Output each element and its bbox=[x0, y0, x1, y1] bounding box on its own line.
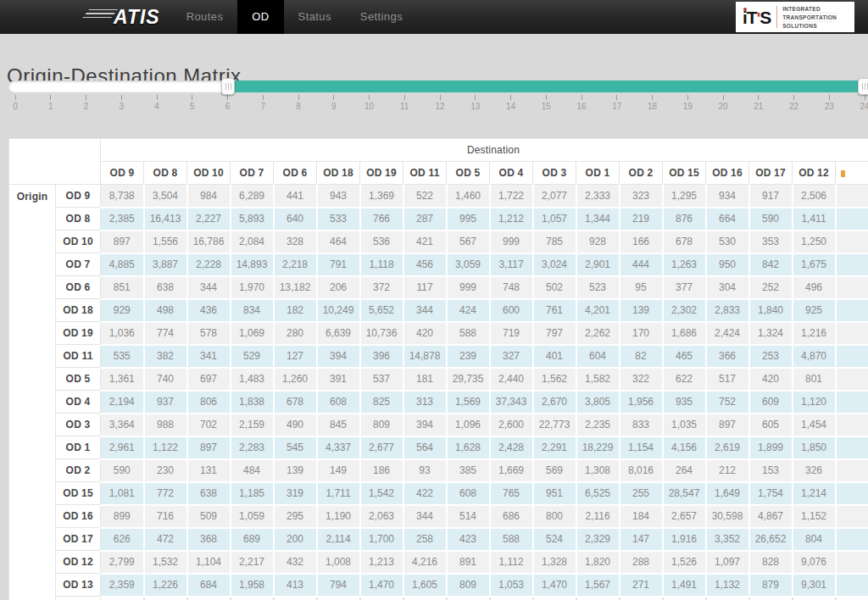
matrix-cell: 139 bbox=[620, 299, 663, 322]
matrix-cell: 1,838 bbox=[231, 391, 274, 414]
matrix-cell: 1,214 bbox=[793, 482, 836, 505]
nav-item-routes[interactable]: Routes bbox=[172, 0, 238, 34]
table-row: OD 51,3617406971,4831,26039153718129,735… bbox=[9, 368, 868, 391]
matrix-cell: 1,369 bbox=[360, 185, 403, 208]
matrix-cell: 186 bbox=[360, 459, 403, 482]
matrix-cell: 1,556 bbox=[144, 231, 187, 253]
matrix-cell: 6,639 bbox=[317, 322, 360, 345]
matrix-cell: 564 bbox=[403, 436, 447, 459]
matrix-cell: 184 bbox=[620, 505, 663, 528]
matrix-cell: 377 bbox=[663, 276, 706, 299]
matrix-cell: 536 bbox=[360, 231, 403, 253]
matrix-cell: 2,116 bbox=[576, 505, 620, 528]
matrix-cell: 1,569 bbox=[447, 391, 490, 414]
matrix-cell: 4,885 bbox=[101, 253, 144, 276]
matrix-cell: 1,250 bbox=[793, 231, 836, 253]
matrix-cell: 2,677 bbox=[360, 436, 403, 459]
slider-tick: 4 bbox=[147, 95, 167, 111]
matrix-cell: 326 bbox=[793, 459, 836, 482]
matrix-cell: 353 bbox=[749, 231, 793, 253]
matrix-cell: 626 bbox=[101, 528, 144, 551]
matrix-cell: 327 bbox=[490, 345, 533, 368]
matrix-cell: 2,227 bbox=[187, 208, 231, 231]
matrix-cell: 600 bbox=[490, 299, 533, 322]
atis-logo[interactable]: ATIS bbox=[114, 6, 160, 29]
matrix-cell-partial bbox=[836, 276, 868, 299]
matrix-cell: 604 bbox=[576, 345, 620, 368]
matrix-cell: 590 bbox=[101, 459, 144, 482]
matrix-cell: 1,711 bbox=[317, 482, 360, 505]
matrix-cell: 2,228 bbox=[187, 253, 231, 276]
matrix-cell: 1,491 bbox=[663, 574, 706, 597]
matrix-cell: 2,329 bbox=[576, 528, 620, 551]
matrix-cell: 517 bbox=[706, 368, 749, 391]
slider-handle-high[interactable] bbox=[858, 78, 868, 95]
matrix-cell: 1,956 bbox=[620, 391, 663, 414]
partial-column-header bbox=[836, 162, 868, 185]
matrix-cell: 1,152 bbox=[793, 505, 836, 528]
nav-item-settings[interactable]: Settings bbox=[346, 0, 417, 34]
matrix-cell: 609 bbox=[749, 391, 793, 414]
time-range-slider[interactable] bbox=[8, 81, 868, 92]
matrix-cell-partial bbox=[836, 551, 868, 574]
matrix-cell: 166 bbox=[620, 231, 663, 253]
matrix-cell: 2,302 bbox=[663, 299, 706, 322]
column-header: OD 9 bbox=[101, 162, 144, 185]
table-row: OD 74,8853,8872,22814,8932,2187911,11845… bbox=[9, 253, 868, 276]
matrix-cell: 1,460 bbox=[447, 185, 490, 208]
matrix-cell: 917 bbox=[749, 185, 793, 208]
matrix-cell: 391 bbox=[317, 368, 360, 391]
matrix-cell: 16,413 bbox=[144, 208, 187, 231]
destination-header: Destination bbox=[101, 139, 868, 162]
matrix-cell: 995 bbox=[447, 208, 490, 231]
matrix-cell: 1,754 bbox=[749, 482, 793, 505]
matrix-cell: 1,035 bbox=[663, 414, 706, 436]
matrix-cell: 4,156 bbox=[663, 436, 706, 459]
matrix-cell: 897 bbox=[101, 231, 144, 253]
matrix-cell: 2,077 bbox=[533, 185, 576, 208]
matrix-cell: 2,833 bbox=[706, 299, 749, 322]
top-navbar: ATIS Routes OD Status Settings iT'S INTE… bbox=[0, 0, 868, 34]
row-header: OD 17 bbox=[56, 528, 101, 551]
matrix-cell: 804 bbox=[793, 528, 836, 551]
matrix-cell: 1,454 bbox=[793, 414, 836, 436]
matrix-cell: 897 bbox=[706, 414, 749, 436]
slider-tick: 5 bbox=[182, 95, 203, 111]
row-header: OD 1 bbox=[56, 436, 101, 459]
nav-item-status[interactable]: Status bbox=[284, 0, 346, 34]
matrix-cell: 533 bbox=[317, 208, 360, 231]
matrix-cell-partial bbox=[836, 459, 868, 482]
matrix-cell: 929 bbox=[101, 299, 144, 322]
matrix-cell: 638 bbox=[187, 482, 231, 505]
matrix-cell: 496 bbox=[793, 276, 836, 299]
matrix-cell: 772 bbox=[144, 482, 187, 505]
matrix-cell: 509 bbox=[187, 505, 231, 528]
matrix-cell: 149 bbox=[317, 459, 360, 482]
matrix-cell: 139 bbox=[274, 459, 317, 482]
matrix-cell: 2,235 bbox=[576, 414, 620, 436]
matrix-cell: 2,440 bbox=[490, 368, 533, 391]
matrix-cell: 253 bbox=[749, 345, 793, 368]
nav-item-od[interactable]: OD bbox=[237, 0, 283, 34]
matrix-cell: 899 bbox=[101, 505, 144, 528]
matrix-cell: 716 bbox=[144, 505, 187, 528]
slider-tick: 13 bbox=[465, 95, 486, 111]
matrix-cell: 10,249 bbox=[317, 299, 360, 322]
matrix-cell: 748 bbox=[490, 276, 533, 299]
slider-tick: 17 bbox=[607, 95, 627, 111]
slider-tick: 3 bbox=[111, 95, 131, 111]
matrix-cell: 950 bbox=[706, 253, 749, 276]
matrix-cell: 9,301 bbox=[793, 574, 836, 597]
matrix-cell: 182 bbox=[274, 299, 317, 322]
matrix-cell: 1,344 bbox=[576, 208, 620, 231]
slider-tick: 23 bbox=[819, 95, 839, 111]
matrix-cell: 4,216 bbox=[403, 551, 447, 574]
matrix-cell: 1,154 bbox=[620, 436, 663, 459]
matrix-cell: 344 bbox=[403, 505, 447, 528]
slider-handle-low[interactable] bbox=[221, 78, 235, 95]
matrix-cell: 785 bbox=[533, 231, 576, 253]
matrix-cell: 3,805 bbox=[576, 391, 620, 414]
matrix-cell: 1,700 bbox=[360, 528, 403, 551]
matrix-cell: 1,122 bbox=[144, 436, 187, 459]
matrix-cell: 678 bbox=[663, 231, 706, 253]
